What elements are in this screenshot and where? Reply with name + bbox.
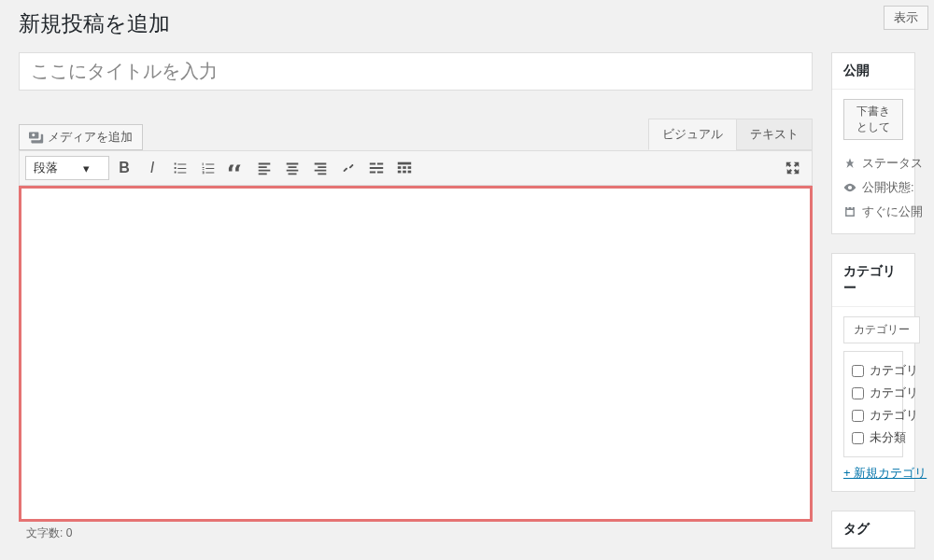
post-title-input[interactable]: [19, 52, 813, 91]
visual-tab[interactable]: ビジュアル: [648, 119, 737, 150]
categories-header: カテゴリー: [832, 254, 914, 307]
link-button[interactable]: [335, 155, 361, 181]
chevron-down-icon: ▾: [83, 161, 90, 175]
schedule-label: すぐに公開: [862, 203, 923, 220]
category-label: カテゴリ: [870, 362, 918, 379]
svg-rect-0: [398, 162, 411, 165]
readmore-button[interactable]: [363, 155, 389, 181]
category-item[interactable]: カテゴリ: [852, 382, 895, 404]
visibility-label: 公開状態:: [862, 179, 914, 196]
add-category-link[interactable]: + 新規カテゴリ: [843, 465, 927, 482]
category-label: 未分類: [870, 429, 906, 446]
bold-button[interactable]: B: [111, 155, 137, 181]
align-left-button[interactable]: [251, 155, 277, 181]
fullscreen-button[interactable]: [780, 155, 806, 181]
italic-button[interactable]: I: [139, 155, 165, 181]
media-icon: [29, 130, 44, 145]
text-tab[interactable]: テキスト: [736, 119, 813, 150]
word-count: 文字数: 0: [19, 522, 813, 545]
category-item[interactable]: カテゴリ: [852, 404, 895, 427]
toolbar-toggle-button[interactable]: [391, 155, 417, 181]
publish-header: 公開: [832, 53, 914, 90]
category-item[interactable]: 未分類: [852, 427, 895, 449]
svg-rect-1: [398, 166, 402, 169]
svg-rect-5: [403, 171, 406, 174]
add-media-label: メディアを追加: [48, 129, 133, 146]
category-label: カテゴリ: [870, 407, 918, 424]
pin-icon: [843, 157, 856, 170]
svg-rect-6: [408, 171, 412, 174]
category-checkbox[interactable]: [852, 365, 864, 377]
format-select[interactable]: 段落 ▾: [25, 156, 109, 180]
editor-content-area[interactable]: [19, 186, 813, 522]
svg-rect-4: [398, 171, 402, 174]
add-media-button[interactable]: メディアを追加: [19, 124, 143, 150]
editor-toolbar: 段落 ▾ B I: [19, 150, 813, 186]
status-row: ステータス: [843, 151, 903, 175]
category-checkbox[interactable]: [852, 410, 864, 422]
format-select-label: 段落: [34, 160, 58, 176]
tags-header: タグ: [832, 511, 914, 548]
calendar-icon: [843, 205, 856, 218]
number-list-button[interactable]: [195, 155, 221, 181]
svg-rect-3: [408, 166, 412, 169]
save-draft-button[interactable]: 下書きとして: [843, 99, 903, 140]
categories-metabox: カテゴリー カテゴリー カテゴリ カテゴリ カテゴリ 未分類 + 新規カテゴリ: [831, 253, 915, 492]
align-right-button[interactable]: [307, 155, 333, 181]
category-item[interactable]: カテゴリ: [852, 359, 895, 382]
page-title: 新規投稿を追加: [19, 9, 915, 38]
category-list: カテゴリ カテゴリ カテゴリ 未分類: [843, 351, 903, 457]
svg-rect-2: [403, 166, 406, 169]
visibility-row: 公開状態:: [843, 175, 903, 200]
category-label: カテゴリ: [870, 385, 918, 401]
eye-icon: [843, 181, 856, 194]
tags-metabox: タグ: [831, 511, 915, 549]
publish-metabox: 公開 下書きとして ステータス 公開状態: すぐに公開: [831, 52, 915, 234]
bullet-list-button[interactable]: [167, 155, 193, 181]
category-checkbox[interactable]: [852, 432, 864, 444]
blockquote-button[interactable]: [223, 155, 249, 181]
schedule-row: すぐに公開: [843, 200, 903, 224]
category-checkbox[interactable]: [852, 387, 864, 399]
screen-options-button[interactable]: 表示: [884, 6, 928, 30]
status-label: ステータス: [862, 155, 923, 172]
category-tab-all[interactable]: カテゴリー: [843, 316, 920, 343]
align-center-button[interactable]: [279, 155, 305, 181]
